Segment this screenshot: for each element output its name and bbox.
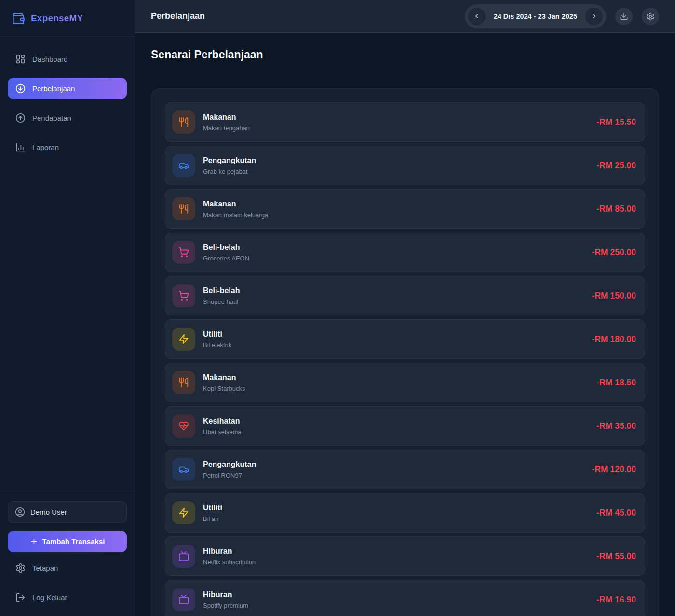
transaction-row[interactable]: Hiburan Netflix subscription -RM 55.00 (165, 536, 645, 576)
transaction-amount: -RM 35.00 (596, 421, 636, 431)
date-range-label: 24 Dis 2024 - 23 Jan 2025 (487, 13, 583, 20)
logout-icon (15, 592, 26, 602)
transaction-row[interactable]: Beli-belah Shopee haul -RM 150.00 (165, 276, 645, 315)
transaction-amount: -RM 55.00 (596, 551, 636, 561)
transaction-amount: -RM 150.00 (592, 291, 636, 301)
category-icon-tile (172, 371, 195, 394)
sidebar-item-dashboard[interactable]: Dashboard (8, 48, 127, 70)
user-icon (15, 507, 25, 517)
add-transaction-button[interactable]: Tambah Transaksi (8, 531, 127, 552)
transaction-description: Shopee haul (203, 298, 240, 305)
transaction-amount: -RM 250.00 (592, 247, 636, 258)
page-header: Perbelanjaan 24 Dis 2024 - 23 Jan 2025 (135, 0, 675, 33)
category-label: Utiliti (203, 330, 231, 339)
category-label: Kesihatan (203, 417, 241, 425)
app-window: ExpenseMY Dashboard Perbelanjaan Pendapa… (0, 0, 675, 616)
transaction-description: Groceries AEON (203, 255, 249, 262)
transaction-list: Makanan Makan tengahari -RM 15.50 Pengan… (165, 102, 645, 616)
zap-icon (178, 507, 189, 518)
category-label: Pengangkutan (203, 156, 256, 165)
arrow-up-circle-icon (15, 113, 26, 123)
plus-icon (30, 537, 38, 546)
category-icon-tile (172, 545, 195, 568)
category-icon-tile (172, 328, 195, 351)
category-icon-tile (172, 110, 195, 134)
chevron-left-icon (473, 13, 480, 20)
car-icon (178, 160, 189, 171)
category-label: Makanan (203, 113, 250, 122)
sidebar-item-label: Tetapan (32, 564, 58, 572)
bar-chart-icon (15, 142, 26, 152)
transaction-row[interactable]: Utiliti Bil air -RM 45.00 (165, 493, 645, 533)
category-icon-tile (172, 284, 195, 307)
shopping-cart-icon (178, 290, 189, 301)
sidebar-nav: Dashboard Perbelanjaan Pendapatan Lapora… (0, 37, 135, 166)
transaction-row[interactable]: Beli-belah Groceries AEON -RM 250.00 (165, 233, 645, 272)
transaction-description: Makan tengahari (203, 124, 250, 132)
transaction-row[interactable]: Pengangkutan Grab ke pejabat -RM 25.00 (165, 146, 645, 185)
transaction-description: Spotify premium (203, 602, 248, 609)
heart-pulse-icon (178, 421, 189, 431)
transaction-row[interactable]: Hiburan Spotify premium -RM 16.90 (165, 580, 645, 616)
transaction-description: Bil air (203, 515, 222, 522)
sidebar-footer: Demo User Tambah Transaksi Tetapan Log K… (0, 493, 135, 616)
gear-icon (15, 563, 26, 573)
dashboard-icon (15, 54, 26, 64)
sidebar-item-label: Dashboard (32, 55, 68, 63)
sidebar-item-label: Pendapatan (32, 114, 71, 122)
prev-period-button[interactable] (468, 8, 486, 25)
category-label: Hiburan (203, 547, 256, 556)
sidebar-item-laporan[interactable]: Laporan (8, 137, 127, 158)
sidebar: ExpenseMY Dashboard Perbelanjaan Pendapa… (0, 0, 135, 616)
sidebar-item-tetapan[interactable]: Tetapan (8, 557, 127, 579)
transaction-description: Grab ke pejabat (203, 168, 256, 175)
tv-icon (178, 594, 189, 605)
transaction-amount: -RM 45.00 (596, 508, 636, 518)
category-label: Makanan (203, 373, 245, 382)
page-title: Perbelanjaan (151, 11, 205, 21)
section-title: Senarai Perbelanjaan (151, 47, 659, 62)
transaction-row[interactable]: Utiliti Bil elektrik -RM 180.00 (165, 319, 645, 359)
category-icon-tile (172, 414, 195, 438)
sidebar-item-label: Perbelanjaan (32, 84, 75, 93)
transaction-description: Bil elektrik (203, 342, 231, 349)
transaction-amount: -RM 85.00 (596, 204, 636, 214)
sidebar-item-perbelanjaan[interactable]: Perbelanjaan (8, 78, 127, 99)
category-label: Utiliti (203, 504, 222, 512)
category-label: Hiburan (203, 590, 248, 599)
transaction-row[interactable]: Pengangkutan Petrol RON97 -RM 120.00 (165, 450, 645, 489)
category-icon-tile (172, 241, 195, 264)
user-box[interactable]: Demo User (8, 501, 127, 523)
transaction-row[interactable]: Makanan Makan tengahari -RM 15.50 (165, 102, 645, 142)
sidebar-item-label: Log Keluar (32, 593, 68, 602)
transaction-description: Makan malam keluarga (203, 211, 268, 219)
sidebar-item-pendapatan[interactable]: Pendapatan (8, 107, 127, 129)
sidebar-item-log-keluar[interactable]: Log Keluar (8, 587, 127, 608)
sidebar-item-label: Laporan (32, 143, 59, 151)
shopping-cart-icon (178, 247, 189, 258)
header-settings-button[interactable] (642, 8, 659, 25)
download-button[interactable] (615, 8, 633, 25)
chevron-right-icon (591, 13, 598, 20)
app-title: ExpenseMY (31, 13, 83, 24)
transaction-description: Ubat selsema (203, 428, 241, 436)
category-icon-tile (172, 501, 195, 524)
transaction-row[interactable]: Kesihatan Ubat selsema -RM 35.00 (165, 406, 645, 446)
add-transaction-label: Tambah Transaksi (42, 537, 105, 546)
transaction-amount: -RM 25.00 (596, 161, 636, 171)
transaction-list-panel: Makanan Makan tengahari -RM 15.50 Pengan… (151, 88, 659, 616)
transaction-row[interactable]: Makanan Kopi Starbucks -RM 18.50 (165, 363, 645, 402)
next-period-button[interactable] (585, 8, 603, 25)
zap-icon (178, 334, 189, 344)
category-label: Beli-belah (203, 287, 240, 295)
transaction-amount: -RM 15.50 (596, 117, 636, 127)
transaction-description: Netflix subscription (203, 559, 256, 566)
app-logo: ExpenseMY (0, 0, 135, 37)
utensils-icon (178, 117, 189, 127)
arrow-down-circle-icon (15, 83, 26, 94)
transaction-row[interactable]: Makanan Makan malam keluarga -RM 85.00 (165, 189, 645, 229)
utensils-icon (178, 377, 189, 388)
transaction-amount: -RM 180.00 (592, 334, 636, 344)
category-label: Makanan (203, 200, 268, 208)
main-area: Perbelanjaan 24 Dis 2024 - 23 Jan 2025 (135, 0, 675, 616)
